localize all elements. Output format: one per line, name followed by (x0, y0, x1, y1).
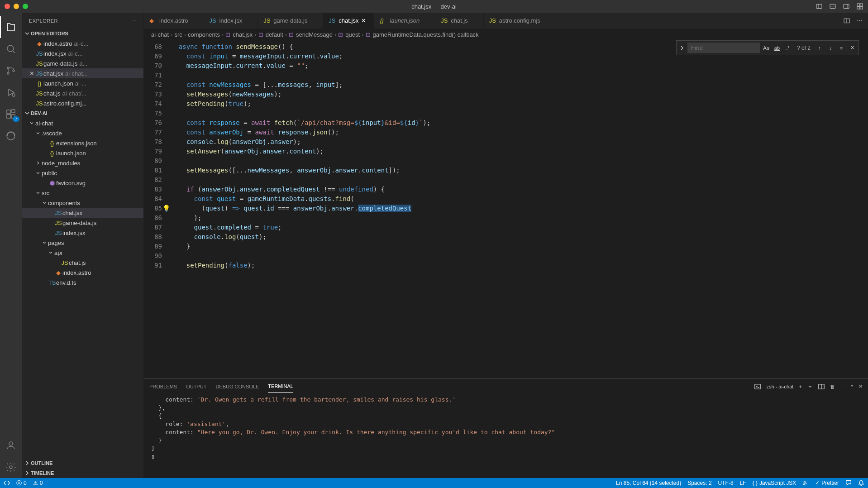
encoding[interactable]: UTF-8 (718, 480, 734, 486)
file-tree-item[interactable]: JS index.jsx (22, 228, 143, 238)
split-editor-icon[interactable] (843, 17, 850, 24)
editor-tab[interactable]: JSgame-data.js✕ (258, 13, 323, 29)
prettier-status[interactable]: ✓ Prettier (815, 480, 839, 486)
panel-tab-debug-console[interactable]: DEBUG CONSOLE (215, 380, 259, 393)
minimize-window[interactable] (14, 4, 19, 9)
panel-tab-output[interactable]: OUTPUT (186, 380, 206, 393)
open-editor-item[interactable]: ◆ index.astroai-c... (22, 38, 143, 48)
source-control-tab[interactable] (0, 60, 22, 81)
find-prev-icon[interactable]: ↑ (815, 43, 824, 53)
file-tree-item[interactable]: components (22, 198, 143, 208)
settings-tab[interactable] (0, 456, 22, 478)
find-selection-icon[interactable]: ≡ (837, 43, 846, 53)
timeline-section[interactable]: TIMELINE (22, 468, 143, 478)
breadcrumb-item[interactable]: ⊡quest (338, 31, 360, 38)
match-case-icon[interactable]: Aa (762, 43, 771, 53)
minimap[interactable] (860, 40, 868, 378)
eol[interactable]: LF (740, 480, 746, 486)
find-input[interactable] (687, 43, 760, 53)
folder-root-section[interactable]: DEV-AI (22, 108, 143, 118)
editor-tab[interactable]: {}launch.json✕ (374, 13, 435, 29)
layout-customize-icon[interactable] (856, 3, 863, 10)
editor-tab[interactable]: JSchat.jsx✕ (323, 13, 374, 29)
match-word-icon[interactable]: ab (773, 43, 782, 53)
accounts-tab[interactable] (0, 435, 22, 456)
terminal-output[interactable]: content: 'Dr. Owen gets a refill from th… (144, 394, 868, 478)
layout-sidebar-right-icon[interactable] (843, 3, 850, 10)
sidebar-more-icon[interactable]: ⋯ (131, 18, 137, 24)
file-tree-item[interactable]: JS chat.jsx (22, 208, 143, 218)
find-close-icon[interactable]: ✕ (848, 43, 857, 53)
breadcrumb-item[interactable]: ⊡gameRuntimeData.quests.find() callback (366, 31, 479, 38)
open-editor-item[interactable]: JS chat.jsai-chat/... (22, 88, 143, 98)
maximize-window[interactable] (23, 4, 28, 9)
close-panel-icon[interactable]: ✕ (858, 383, 863, 389)
edge-tools-tab[interactable] (0, 125, 22, 147)
file-tree-item[interactable]: pages (22, 238, 143, 248)
breadcrumb-item[interactable]: ai-chat (151, 31, 169, 38)
tab-more-icon[interactable]: ⋯ (857, 17, 863, 24)
editor-tab[interactable]: JSindex.jsx✕ (204, 13, 258, 29)
extensions-tab[interactable]: 7 (0, 103, 22, 125)
regex-icon[interactable]: .* (783, 43, 792, 53)
file-tree-item[interactable]: {} extensions.json (22, 138, 143, 148)
editor-tab[interactable]: JSastro.config.mjs✕ (484, 13, 556, 29)
errors-count[interactable]: ⓧ 0 (16, 479, 27, 487)
cursor-position[interactable]: Ln 85, Col 64 (14 selected) (616, 480, 681, 486)
panel-tab-terminal[interactable]: TERMINAL (268, 380, 293, 393)
split-terminal-icon[interactable] (818, 383, 825, 390)
language-mode[interactable]: { } JavaScript JSX (753, 480, 796, 486)
panel-tab-problems[interactable]: PROBLEMS (149, 380, 177, 393)
layout-sidebar-icon[interactable] (816, 3, 823, 10)
file-tree-item[interactable]: {} launch.json (22, 148, 143, 158)
open-editors-section[interactable]: OPEN EDITORS (22, 29, 143, 38)
file-tree-item[interactable]: TS env.d.ts (22, 277, 143, 287)
search-tab[interactable] (0, 38, 22, 60)
breadcrumb-item[interactable]: ⊡chat.jsx (225, 31, 253, 38)
maximize-panel-icon[interactable]: ^ (851, 384, 853, 389)
live-server-icon[interactable] (802, 480, 809, 486)
file-tree-item[interactable]: JS chat.js (22, 258, 143, 268)
feedback-icon[interactable] (845, 480, 852, 486)
panel-more-icon[interactable]: ⋯ (840, 383, 845, 389)
open-editor-item[interactable]: {} launch.jsonai-... (22, 78, 143, 88)
new-terminal-icon[interactable]: + (799, 384, 801, 389)
terminal-shell-icon[interactable] (754, 383, 761, 390)
breadcrumb-item[interactable]: ⊡sendMessage (289, 31, 333, 38)
breadcrumb-item[interactable]: src (174, 31, 182, 38)
close-tab-icon[interactable]: ✕ (361, 17, 368, 24)
find-next-icon[interactable]: ↓ (826, 43, 835, 53)
open-editor-item[interactable]: JS game-data.jsa... (22, 58, 143, 68)
file-tree-item[interactable]: src (22, 188, 143, 198)
file-tree-item[interactable]: JS game-data.js (22, 218, 143, 228)
breadcrumb[interactable]: ai-chat›src›components›⊡chat.jsx›⊡defaul… (144, 29, 868, 40)
layout-panel-icon[interactable] (829, 3, 836, 10)
file-tree-item[interactable]: ◆ index.astro (22, 268, 143, 277)
file-tree-item[interactable]: public (22, 168, 143, 178)
breadcrumb-item[interactable]: components (188, 31, 220, 38)
open-editor-item[interactable]: JS astro.config.mj... (22, 98, 143, 108)
breadcrumb-item[interactable]: ⊡default (258, 31, 283, 38)
file-tree-item[interactable]: node_modules (22, 158, 143, 168)
outline-section[interactable]: OUTLINE (22, 458, 143, 468)
explorer-tab[interactable] (0, 16, 22, 38)
indentation[interactable]: Spaces: 2 (687, 480, 711, 486)
open-editor-item[interactable]: JS index.jsxai-c... (22, 48, 143, 58)
close-editor-icon[interactable]: ✕ (28, 70, 35, 77)
editor-tab[interactable]: JSchat.js✕ (435, 13, 484, 29)
notifications-icon[interactable] (858, 480, 864, 486)
terminal-label[interactable]: zsh - ai-chat (766, 384, 793, 389)
close-window[interactable] (5, 4, 10, 9)
find-expand-icon[interactable] (678, 44, 686, 52)
file-tree-item[interactable]: ⬢ favicon.svg (22, 178, 143, 188)
run-debug-tab[interactable] (0, 81, 22, 103)
file-tree-item[interactable]: api (22, 248, 143, 258)
file-tree-item[interactable]: ai-chat (22, 118, 143, 128)
kill-terminal-icon[interactable]: 🗑 (830, 384, 835, 389)
editor-tab[interactable]: ◆index.astro✕ (144, 13, 204, 29)
remote-indicator[interactable] (4, 480, 10, 486)
open-editor-item[interactable]: ✕ JS chat.jsxai-chat... (22, 68, 143, 78)
terminal-dropdown-icon[interactable] (807, 384, 813, 389)
warnings-count[interactable]: ⚠ 0 (33, 480, 43, 486)
file-tree-item[interactable]: .vscode (22, 128, 143, 138)
